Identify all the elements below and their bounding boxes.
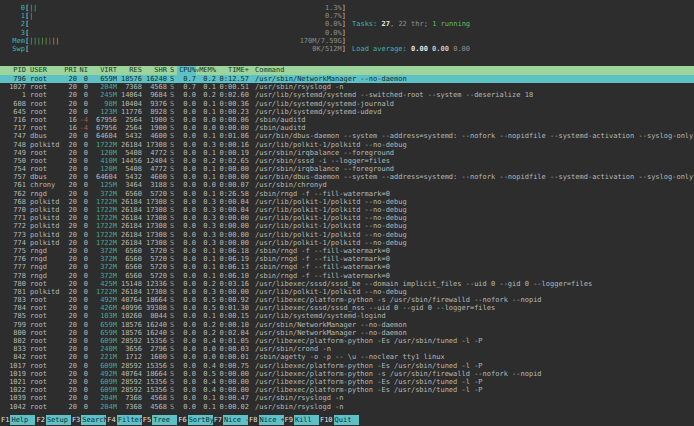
- table-row[interactable]: 717root16-46795625641900S0.00.00:00.00/s…: [0, 124, 694, 132]
- cell-s: S: [167, 132, 177, 140]
- table-row[interactable]: 1019root200492M4076418664S0.00.50:00.00/…: [0, 370, 694, 378]
- fkey-number: F5: [142, 415, 152, 425]
- load-label: Load average:: [352, 45, 411, 53]
- cell-pri: 20: [64, 329, 77, 337]
- cell-virt: 372M: [88, 263, 117, 271]
- table-row[interactable]: 783root200492M4076418664S0.00.50:00.92/u…: [0, 296, 694, 304]
- cell-command: /usr/lib/polkit-1/polkitd --no-debug: [249, 206, 694, 214]
- col-cpu-sorted[interactable]: CPU%▽: [177, 66, 196, 75]
- table-row[interactable]: 749root200120M54084772S0.00.10:00.19/usr…: [0, 149, 694, 157]
- table-row[interactable]: 776rngd200372M65605720S0.00.10:06.19/sbi…: [0, 255, 694, 263]
- cell-s: S: [167, 288, 177, 296]
- cell-s: S: [167, 231, 177, 239]
- table-row[interactable]: 768polkitd2001722M2618417308S0.00.30:00.…: [0, 198, 694, 206]
- fkey-sortby[interactable]: F6SortBy: [177, 415, 212, 425]
- table-row[interactable]: 796root200659M1857616240S0.70.20:12.57/u…: [0, 75, 694, 83]
- table-row[interactable]: 762rngd200372M65605720S0.00.10:26.58/sbi…: [0, 190, 694, 198]
- table-row[interactable]: 761chrony200125M34643188S0.00.00:00.07/u…: [0, 181, 694, 189]
- fkey-kill[interactable]: F9Kill: [284, 415, 319, 425]
- table-row[interactable]: 772polkitd2001722M2618417308S0.00.30:00.…: [0, 222, 694, 230]
- col-state[interactable]: S: [167, 66, 177, 75]
- table-row[interactable]: 778rngd200372M65605720S0.00.10:06.10/sbi…: [0, 272, 694, 280]
- fkey-label: Nice +: [259, 415, 284, 425]
- cell-res: 15148: [117, 280, 142, 288]
- table-row[interactable]: 754root200120M54084772S0.00.10:00.00/usr…: [0, 165, 694, 173]
- cell-user: root: [30, 362, 64, 370]
- cell-user: polkitd: [30, 222, 64, 230]
- cell-pri: 20: [64, 149, 77, 157]
- cell-pri: 20: [64, 181, 77, 189]
- table-row[interactable]: 1022root200609M2859215356S0.00.40:00.00/…: [0, 386, 694, 394]
- col-pri[interactable]: PRI: [64, 66, 77, 75]
- fkey-nice[interactable]: F8Nice +: [248, 415, 283, 425]
- col-mem[interactable]: MEM%: [196, 66, 216, 75]
- cell-command: /usr/lib/polkit-1/polkitd --no-debug: [249, 198, 694, 206]
- cell-s: S: [167, 157, 177, 165]
- table-row[interactable]: 771polkitd2001722M2618417308S0.00.30:00.…: [0, 214, 694, 222]
- table-row[interactable]: 800root200659M1857616240S0.00.20:02.04/u…: [0, 329, 694, 337]
- table-row[interactable]: 774polkitd2001722M2618417308S0.00.30:00.…: [0, 239, 694, 247]
- table-row[interactable]: 1021root200609M2859215356S0.00.40:00.00/…: [0, 378, 694, 386]
- table-row[interactable]: 784root200426M4099639308S0.00.50:01.30/u…: [0, 304, 694, 312]
- load-15min: 0.00: [453, 45, 470, 53]
- cell-pid: 747: [0, 132, 26, 140]
- table-row[interactable]: 785root200103M102608044S0.00.10:00.15/us…: [0, 312, 694, 320]
- table-row[interactable]: 777rngd200372M65605720S0.00.10:06.13/sbi…: [0, 263, 694, 271]
- cell-time: 0:00.06: [216, 116, 249, 124]
- table-row[interactable]: 716root16-46795625641900S0.00.00:00.06/s…: [0, 116, 694, 124]
- cell-user: root: [30, 353, 64, 361]
- table-row[interactable]: 757dbus2006460454324600S0.00.10:00.00/us…: [0, 173, 694, 181]
- table-row[interactable]: 750root200410M1445612404S0.00.20:02.65/u…: [0, 157, 694, 165]
- fkey-filter[interactable]: F4Filter: [106, 415, 141, 425]
- table-row[interactable]: 780root200425M1514812336S0.00.20:03.16/u…: [0, 280, 694, 288]
- col-user[interactable]: USER: [30, 66, 64, 75]
- table-row[interactable]: 645root200123M117768928S0.00.10:00.23/us…: [0, 108, 694, 116]
- table-row[interactable]: 781polkitd2001722M2618417308S0.00.30:00.…: [0, 288, 694, 296]
- col-virt[interactable]: VIRT: [88, 66, 117, 75]
- col-command[interactable]: Command: [249, 66, 694, 75]
- cell-virt: 125M: [88, 181, 117, 189]
- fkey-tree[interactable]: F5Tree: [142, 415, 177, 425]
- table-row[interactable]: 842root200221M17121600S0.00.00:00.01/sbi…: [0, 353, 694, 361]
- col-time[interactable]: TIME+: [216, 66, 249, 75]
- fkey-nice[interactable]: F7Nice -: [213, 415, 248, 425]
- table-row[interactable]: 748polkitd2001722M2618417308S0.00.30:00.…: [0, 141, 694, 149]
- cell-time: 0:02.60: [216, 91, 249, 99]
- table-row[interactable]: 770polkitd2001722M2618417308S0.00.30:00.…: [0, 206, 694, 214]
- table-row[interactable]: 775rngd200372M65605720S0.00.10:06.18/sbi…: [0, 247, 694, 255]
- cell-mem: 0.1: [196, 263, 216, 271]
- table-row[interactable]: 1root200245M140649684S0.00.20:02.60/usr/…: [0, 91, 694, 99]
- cell-res: 5408: [117, 149, 142, 157]
- cell-time: 0:00.92: [216, 296, 249, 304]
- col-shr[interactable]: SHR: [142, 66, 167, 75]
- table-row[interactable]: 747dbus2006460454324600S0.00.10:01.86/us…: [0, 132, 694, 140]
- cell-virt: 1722M: [88, 141, 117, 149]
- table-row[interactable]: 833root200240M36562796S0.00.00:00.03/usr…: [0, 345, 694, 353]
- col-ni[interactable]: NI: [77, 66, 88, 75]
- cell-s: S: [167, 206, 177, 214]
- cell-res: 18576: [117, 321, 142, 329]
- fkey-search[interactable]: F3Search: [71, 415, 106, 425]
- cell-res: 10404: [117, 100, 142, 108]
- table-row[interactable]: 802root200609M2859215356S0.00.40:01.05/u…: [0, 337, 694, 345]
- fkey-label: Setup: [46, 415, 71, 425]
- cell-ni: 0: [77, 190, 88, 198]
- fkey-help[interactable]: F1Help: [0, 415, 35, 425]
- cell-pri: 20: [64, 255, 77, 263]
- fkey-setup[interactable]: F2Setup: [35, 415, 70, 425]
- table-row[interactable]: 1027root200204M73684568S0.70.10:00.51/us…: [0, 83, 694, 91]
- cell-ni: 0: [77, 165, 88, 173]
- table-row[interactable]: 1042root200204M73684568S0.00.10:00.02/us…: [0, 403, 694, 411]
- cell-mem: 0.1: [196, 312, 216, 320]
- cell-shr: 17308: [142, 231, 167, 239]
- table-row[interactable]: 773polkitd2001722M2618417308S0.00.30:00.…: [0, 231, 694, 239]
- table-row[interactable]: 1039root200204M73684568S0.00.10:00.47/us…: [0, 394, 694, 402]
- cell-res: 6560: [117, 190, 142, 198]
- table-row[interactable]: 608root20098M104049376S0.00.10:00.36/usr…: [0, 100, 694, 108]
- col-pid[interactable]: PID: [0, 66, 26, 75]
- col-res[interactable]: RES: [117, 66, 142, 75]
- fkey-quit[interactable]: F10Quit: [319, 415, 359, 425]
- table-row[interactable]: 1017root200609M2859215356S0.00.40:00.75/…: [0, 362, 694, 370]
- table-row[interactable]: 799root200659M1857616240S0.00.20:00.10/u…: [0, 321, 694, 329]
- cell-user: root: [30, 403, 64, 411]
